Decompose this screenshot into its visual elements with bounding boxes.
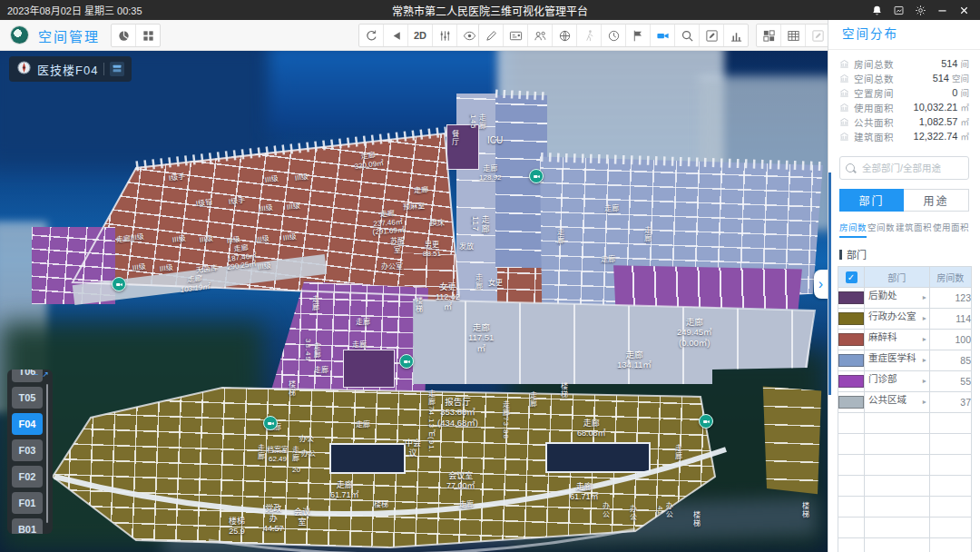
- expand-arrow-icon[interactable]: ▸: [923, 330, 929, 350]
- table-row-empty: [838, 434, 972, 455]
- table-row[interactable]: 重症医学科▸85: [838, 350, 972, 371]
- screenshot-icon[interactable]: [892, 4, 906, 17]
- building-icon: [839, 117, 849, 127]
- datetime-text: 2023年08月02日 星期三 00:35: [0, 3, 142, 17]
- floor-panel-expand-icon[interactable]: – ↗: [34, 370, 50, 379]
- table-row[interactable]: 行政办公室▸114: [838, 309, 972, 330]
- panel-collapse-handle[interactable]: ›: [814, 270, 828, 299]
- camera-marker[interactable]: [529, 169, 544, 183]
- floorplan-dining-room[interactable]: [446, 124, 479, 170]
- checkbox-checked-icon[interactable]: ✓: [846, 271, 858, 283]
- rotate-icon[interactable]: [359, 25, 383, 46]
- back-icon[interactable]: [383, 25, 407, 46]
- floorplan-public-corridor-zone[interactable]: [410, 297, 818, 388]
- floor-button-f04[interactable]: F04: [12, 413, 43, 435]
- stat-unit: ㎡: [960, 130, 969, 143]
- panel-scrollbar[interactable]: [828, 172, 831, 395]
- gear-icon[interactable]: [914, 4, 927, 17]
- dept-name: 麻醉科: [865, 331, 897, 342]
- globe-icon[interactable]: [552, 25, 576, 46]
- camera-marker[interactable]: [399, 354, 414, 369]
- grid-icon[interactable]: [135, 25, 160, 46]
- subtab-building-area[interactable]: 建筑面积: [896, 221, 932, 238]
- view-mode-group: [111, 24, 161, 47]
- dept-name: 门诊部: [865, 373, 897, 384]
- layers-icon[interactable]: [110, 62, 124, 76]
- camera-marker[interactable]: [263, 416, 278, 430]
- subtab-space-count[interactable]: 空间数: [867, 221, 895, 238]
- dept-room-count: 100: [929, 330, 971, 350]
- close-icon[interactable]: [957, 4, 971, 17]
- camera-icon[interactable]: [650, 25, 674, 46]
- camera-marker[interactable]: [699, 414, 713, 429]
- search-icon[interactable]: [674, 25, 699, 46]
- pen-icon[interactable]: [479, 25, 503, 46]
- stat-label: 空间总数: [854, 72, 933, 85]
- walk-icon[interactable]: [576, 25, 601, 46]
- select-all-header[interactable]: ✓: [838, 267, 865, 288]
- eye-icon[interactable]: [456, 25, 481, 46]
- floor-button-f02[interactable]: F02: [12, 466, 43, 488]
- dept-name: 后勤处: [865, 290, 897, 301]
- subtab-room-count[interactable]: 房间数: [839, 221, 867, 238]
- people-icon[interactable]: [527, 25, 552, 46]
- tabs: 部门 用途: [839, 189, 969, 212]
- toolbar-group-2: [478, 24, 749, 47]
- scene-3d-view[interactable]: I级手III级III级走廊 320.09㎡I级铅I级手III级III级走廊III…: [0, 50, 828, 552]
- floorplan-admin-right-wing[interactable]: [760, 384, 824, 498]
- titlebar-icons: [870, 0, 971, 20]
- stat-value: 1,082.57: [919, 116, 958, 127]
- edit-icon[interactable]: [699, 25, 723, 46]
- chevron-right-icon: ›: [818, 276, 823, 292]
- floorplan-outpatient-room-row[interactable]: [612, 262, 804, 311]
- clock-icon[interactable]: [601, 25, 625, 46]
- expand-arrow-icon[interactable]: ▸: [923, 371, 929, 391]
- stat-value: 514: [933, 73, 949, 84]
- tab-usage[interactable]: 用途: [904, 189, 969, 212]
- expand-arrow-icon[interactable]: ▸: [923, 392, 929, 412]
- pie-chart-icon[interactable]: [112, 25, 135, 46]
- dept-name: 行政办公室: [865, 310, 916, 321]
- search-input[interactable]: [860, 162, 963, 174]
- expand-arrow-icon[interactable]: ▸: [923, 288, 929, 308]
- module-title: 空间管理: [38, 26, 100, 45]
- floor-panel-scrollbar[interactable]: [46, 384, 48, 523]
- sliders-icon[interactable]: [432, 25, 456, 46]
- floorplan-courtyard: [329, 443, 406, 474]
- dashboard-icon[interactable]: [757, 25, 780, 46]
- expand-arrow-icon[interactable]: ▸: [923, 309, 929, 329]
- floor-button-t05[interactable]: T05: [12, 387, 43, 409]
- 2d-icon[interactable]: 2D: [407, 25, 432, 46]
- table-row[interactable]: 门诊部▸55: [838, 371, 972, 392]
- minimize-icon[interactable]: [936, 4, 949, 17]
- floorplan-logistics-room[interactable]: [343, 350, 395, 388]
- table-row[interactable]: 麻醉科▸100: [838, 330, 972, 350]
- stat-value: 514: [941, 58, 957, 69]
- tab-department[interactable]: 部门: [839, 189, 904, 212]
- table-row[interactable]: 后勤处▸123: [838, 288, 972, 309]
- floor-selector[interactable]: – ↗ T06T05F04F03F02F01B01: [7, 370, 53, 534]
- col-header-department: 部门: [865, 267, 930, 288]
- chart-icon[interactable]: [723, 25, 748, 46]
- dept-color-swatch: [838, 333, 864, 346]
- edit2-icon[interactable]: [805, 25, 829, 46]
- floor-button-b01[interactable]: B01: [12, 518, 43, 534]
- bell-icon[interactable]: [870, 4, 884, 17]
- flag-icon[interactable]: [625, 25, 650, 46]
- table-row[interactable]: 公共区域▸37: [838, 392, 972, 413]
- expand-arrow-icon[interactable]: ▸: [923, 350, 929, 370]
- table-icon[interactable]: [780, 25, 805, 46]
- building-badge[interactable]: 医技楼F04: [9, 56, 132, 82]
- dept-color-swatch: [838, 396, 864, 409]
- floor-button-f03[interactable]: F03: [12, 439, 43, 461]
- card-icon[interactable]: [503, 25, 527, 46]
- subtabs: 房间数 空间数 建筑面积 使用面积: [839, 221, 969, 238]
- stat-value: 0: [952, 87, 957, 98]
- subtab-usable-area[interactable]: 使用面积: [933, 221, 969, 238]
- building-icon: [839, 59, 849, 69]
- badge-divider: [103, 63, 104, 75]
- search-box[interactable]: [839, 156, 969, 180]
- camera-marker[interactable]: [112, 277, 126, 291]
- toolbar-group-1: 2D: [358, 24, 482, 47]
- floor-button-f01[interactable]: F01: [12, 492, 43, 514]
